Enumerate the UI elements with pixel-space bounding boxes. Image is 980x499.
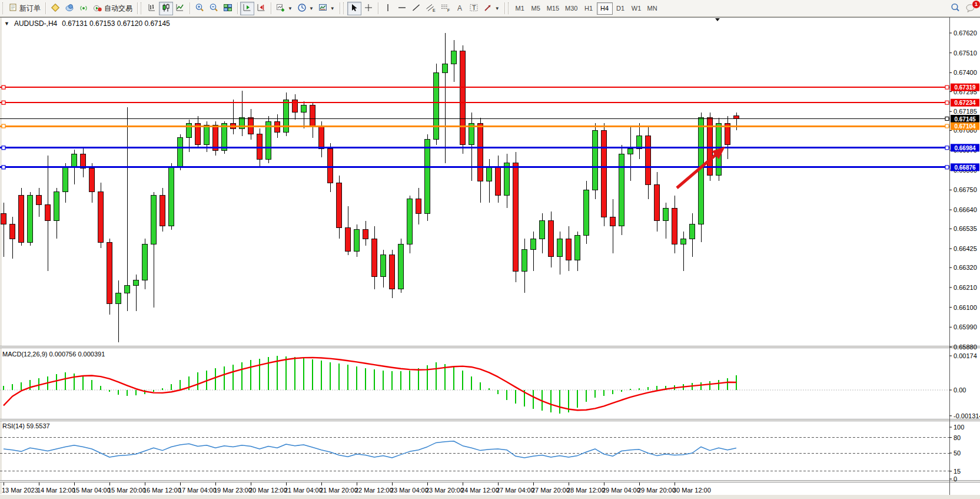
svg-text:16 Mar 12:00: 16 Mar 12:00 [143, 487, 181, 494]
chart-title-collapse-icon[interactable]: ▼ [4, 21, 9, 27]
toolbar-separator [378, 2, 378, 14]
toolbar-separator [504, 2, 505, 14]
search-button[interactable] [948, 2, 963, 15]
tile-windows-icon [223, 3, 232, 14]
macd-indicator-label: MACD(12,26,9) 0.000756 0.000391 [2, 351, 105, 358]
svg-text:0.00174: 0.00174 [954, 352, 977, 359]
autotrading-button[interactable]: 自动交易 [91, 2, 135, 15]
trendline-tool-button[interactable] [409, 2, 423, 15]
periods-button[interactable]: ▼ [295, 2, 316, 15]
text-label-icon: T [469, 3, 479, 14]
autotrading-label: 自动交易 [104, 4, 132, 14]
zoom-in-button[interactable] [192, 2, 207, 15]
svg-text:0.66210: 0.66210 [954, 284, 977, 291]
timeframe-H1-button[interactable]: H1 [581, 2, 597, 15]
zoom-out-icon [209, 3, 218, 14]
candlestick-icon [161, 3, 171, 14]
timeframe-W1-button[interactable]: W1 [629, 2, 645, 15]
label-tool-button[interactable]: T [467, 2, 481, 15]
line-chart-mode-button[interactable] [173, 2, 187, 15]
timeframe-M1-button[interactable]: M1 [512, 2, 528, 15]
timeframe-D1-button[interactable]: D1 [613, 2, 629, 15]
new-order-icon [9, 3, 18, 14]
svg-text:15 Mar 04:00: 15 Mar 04:00 [72, 487, 111, 494]
horizontal-line-tool-button[interactable] [395, 2, 409, 15]
line-chart-icon [175, 3, 185, 14]
bar-chart-mode-button[interactable] [145, 2, 159, 15]
svg-text:15: 15 [954, 468, 961, 475]
price-chart-canvas[interactable]: 0.676200.675100.674000.672950.671850.670… [0, 17, 980, 499]
svg-text:E: E [433, 8, 436, 12]
indicators-button[interactable]: ▼ [274, 2, 295, 15]
auto-scroll-icon [242, 3, 252, 14]
zoom-in-icon [195, 3, 204, 14]
rsi-indicator-label: RSI(14) 59.5537 [2, 422, 50, 429]
zoom-out-button[interactable] [207, 2, 221, 15]
arrows-shapes-icon [483, 3, 493, 14]
equidistant-channel-icon: E [426, 3, 436, 14]
cursor-arrow-icon [350, 3, 359, 14]
tile-windows-button[interactable] [221, 2, 235, 15]
svg-text:22 Mar 12:00: 22 Mar 12:00 [355, 487, 393, 494]
trendline-icon [411, 3, 421, 14]
cursor-tool-button[interactable] [347, 2, 361, 15]
timeframe-M5-button[interactable]: M5 [528, 2, 544, 15]
svg-text:0.65880: 0.65880 [954, 343, 977, 351]
svg-text:13 Mar 2023: 13 Mar 2023 [2, 487, 38, 494]
templates-caret-icon: ▼ [330, 6, 335, 11]
chart-symbol-period: AUDUSD-,H4 [14, 19, 57, 28]
svg-text:19 Mar 23:00: 19 Mar 23:00 [214, 487, 252, 494]
svg-text:0: 0 [954, 475, 957, 483]
market-icon [65, 3, 74, 14]
crosshair-tool-button[interactable] [361, 2, 376, 15]
toolbar-drag-handle [2, 2, 5, 14]
toolbar-separator [340, 2, 340, 14]
toolbar-separator [190, 2, 190, 14]
shapes-caret-icon: ▼ [495, 6, 500, 11]
toolbar-separator [137, 2, 138, 14]
signals-button[interactable] [77, 2, 91, 15]
svg-text:0.67185: 0.67185 [954, 108, 977, 115]
timeframe-H4-button[interactable]: H4 [597, 2, 613, 15]
svg-text:0.66100: 0.66100 [954, 304, 977, 311]
svg-text:100: 100 [954, 424, 964, 431]
svg-text:0.66425: 0.66425 [954, 245, 977, 252]
svg-text:30 Mar 12:00: 30 Mar 12:00 [673, 487, 711, 494]
toolbar-drag-handle [343, 2, 346, 14]
svg-text:0.67104: 0.67104 [954, 123, 976, 130]
channel-tool-button[interactable]: E [423, 2, 438, 15]
vertical-line-tool-button[interactable] [381, 2, 395, 15]
main-toolbar: 新订单 自动交易 [0, 0, 980, 17]
svg-text:21 Mar 04:00: 21 Mar 04:00 [284, 487, 323, 494]
notifications-button[interactable]: 1 [963, 2, 978, 15]
charts-button[interactable] [48, 2, 62, 15]
fibonacci-tool-button[interactable]: F [438, 2, 453, 15]
chart-shift-icon [257, 3, 266, 14]
chart-shift-button[interactable] [254, 2, 268, 15]
search-icon [950, 2, 961, 15]
svg-text:T: T [472, 4, 476, 11]
svg-text:0.66876: 0.66876 [954, 164, 976, 171]
shapes-tool-button[interactable]: ▼ [481, 2, 502, 15]
svg-text:0.67234: 0.67234 [954, 100, 976, 106]
svg-text:0.66750: 0.66750 [954, 186, 977, 193]
candlestick-mode-button[interactable] [159, 2, 173, 15]
svg-text:0.00: 0.00 [954, 386, 966, 394]
periods-caret-icon: ▼ [309, 6, 314, 11]
toolbar-separator [271, 2, 271, 14]
new-order-button[interactable]: 新订单 [6, 2, 43, 15]
svg-text:0.66320: 0.66320 [954, 264, 977, 271]
svg-text:0.66640: 0.66640 [954, 206, 977, 213]
auto-scroll-button[interactable] [240, 2, 254, 15]
svg-text:27 Mar 04:00: 27 Mar 04:00 [496, 487, 534, 494]
timeframe-M30-button[interactable]: M30 [562, 2, 580, 15]
timeframe-M15-button[interactable]: M15 [544, 2, 562, 15]
text-tool-button[interactable]: A [453, 2, 467, 15]
svg-text:23 Mar 04:00: 23 Mar 04:00 [390, 487, 428, 494]
svg-text:27 Mar 20:00: 27 Mar 20:00 [531, 487, 570, 494]
market-button[interactable] [62, 2, 77, 15]
templates-button[interactable]: ▼ [316, 2, 337, 15]
chart-diamond-icon [51, 3, 60, 14]
svg-text:0.67510: 0.67510 [954, 49, 977, 57]
timeframe-MN-button[interactable]: MN [645, 2, 660, 15]
